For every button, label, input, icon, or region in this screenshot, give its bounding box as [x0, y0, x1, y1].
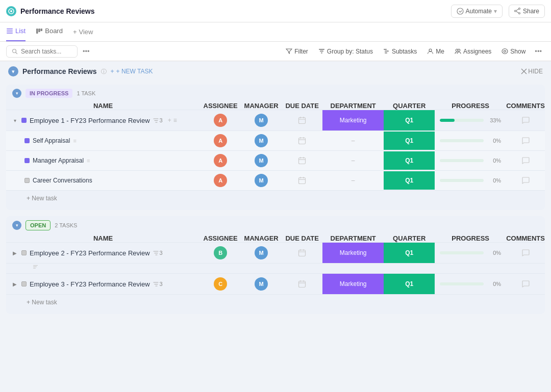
svg-rect-18 — [321, 53, 322, 54]
subtask3-progress-container: 0% — [435, 177, 506, 184]
subtask2-comment-icon[interactable] — [506, 156, 545, 165]
open-add-task-button[interactable]: + New task — [27, 299, 537, 306]
share-button[interactable]: Share — [509, 5, 545, 18]
open-col-name-header: NAME — [6, 234, 200, 243]
add-subtask-icon[interactable]: + — [168, 117, 171, 124]
page-title: Performance Reviews — [20, 7, 95, 15]
due-date-icon[interactable] — [282, 116, 322, 124]
project-collapse-icon[interactable]: ▾ — [8, 66, 18, 76]
tab-board[interactable]: Board — [36, 22, 63, 41]
open-add-new-task-row: + New task — [6, 295, 545, 314]
subtask2-progress-container: 0% — [435, 158, 506, 164]
task2-manager-cell: M — [241, 243, 282, 264]
task3-comment-icon[interactable] — [506, 280, 545, 288]
table-row — [6, 264, 545, 274]
comments-cell — [506, 110, 545, 131]
task2-subtask-count-label: 3 — [160, 250, 163, 256]
subtask-due-date-icon[interactable] — [282, 137, 322, 145]
task3-manager-avatar-container: M — [241, 274, 282, 294]
tab-list[interactable]: List — [6, 22, 26, 41]
toolbar-overflow-icon[interactable]: ••• — [532, 45, 545, 57]
task3-due-date-icon[interactable] — [282, 280, 322, 288]
automate-button[interactable]: Automate ▾ — [451, 5, 503, 18]
subtask3-progress-cell: 0% — [435, 171, 506, 191]
task2-name-container: ▶ Employee 2 - FY23 Performance Review 3 — [6, 249, 200, 257]
task3-status-indicator — [21, 281, 27, 286]
task2-assignee-avatar: B — [214, 246, 227, 259]
project-info-icon[interactable]: ⓘ — [101, 68, 107, 75]
open-add-task-label: + New task — [27, 299, 57, 306]
subtask-count-label: 3 — [160, 117, 163, 123]
search-box[interactable] — [6, 45, 78, 58]
task3-progress-container: 0% — [435, 281, 506, 287]
svg-rect-46 — [33, 265, 38, 266]
task-menu-icon[interactable]: ≡ — [173, 117, 177, 124]
svg-rect-48 — [33, 268, 36, 269]
table-row: Career Conversations A M — [6, 171, 545, 191]
task3-name-container: ▶ Employee 3 - FY23 Performance Review 3 — [6, 280, 200, 288]
svg-rect-9 — [7, 31, 13, 32]
subtask-comments-cell — [506, 131, 545, 151]
in-progress-collapse-icon[interactable]: ▾ — [12, 89, 21, 98]
task2-expand-icon[interactable]: ▶ — [11, 249, 18, 256]
toolbar-more-icon[interactable]: ••• — [80, 45, 93, 57]
quarter-cell: Q1 — [384, 110, 435, 131]
hide-label: HIDE — [528, 68, 543, 75]
filter-button[interactable]: Filter — [282, 46, 312, 57]
task3-department-value: Marketing — [322, 274, 384, 294]
group-by-button[interactable]: Group by: Status — [314, 46, 377, 57]
subtask3-assignee-cell: A — [200, 171, 241, 191]
task3-expand-icon[interactable]: ▶ — [11, 280, 18, 288]
task2-assignee-avatar-container: B — [200, 243, 241, 263]
subtask3-manager-avatar: M — [255, 174, 268, 187]
subtask-manager-avatar-container: M — [241, 131, 282, 150]
task3-assignee-cell: C — [200, 274, 241, 295]
share-label: Share — [523, 8, 539, 15]
subtask-name-container: Self Appraisal ≡ — [6, 137, 200, 144]
subtask2-description-icon[interactable]: ≡ — [87, 158, 90, 164]
subtask2-quarter-value: Q1 — [384, 151, 435, 170]
add-task-button[interactable]: + New task — [27, 195, 537, 202]
svg-point-25 — [504, 50, 506, 53]
in-progress-task-count: 1 TASK — [77, 90, 95, 96]
subtask3-comment-icon[interactable] — [506, 176, 545, 185]
task2-comment-icon[interactable] — [506, 249, 545, 257]
subtask-quarter-cell: Q1 — [384, 131, 435, 151]
add-view-button[interactable]: + View — [73, 28, 93, 36]
subtask3-assignee-avatar: A — [214, 174, 227, 187]
open-col-duedate-header: DUE DATE — [282, 234, 322, 243]
table-header-row: NAME ASSIGNEE MANAGER DUE DATE DEPARTMEN… — [6, 102, 545, 110]
subtasks-button[interactable]: Subtasks — [379, 46, 421, 57]
subtask2-department-cell: – — [322, 151, 384, 171]
subtask-due-date-cell — [282, 131, 322, 151]
in-progress-section: ▾ IN PROGRESS 1 TASK NAME ASSIGNEE MANAG… — [6, 85, 545, 210]
open-table: NAME ASSIGNEE MANAGER DUE DATE DEPARTMEN… — [6, 234, 545, 295]
show-button[interactable]: Show — [497, 46, 530, 57]
subtask3-due-date-icon[interactable] — [282, 176, 322, 185]
task3-quarter-cell: Q1 — [384, 274, 435, 295]
task-expand-icon[interactable]: ▾ — [11, 117, 18, 124]
dept2-dash: – — [352, 157, 355, 164]
subtask-description-icon[interactable]: ≡ — [73, 138, 76, 144]
svg-rect-42 — [299, 250, 306, 256]
open-collapse-icon[interactable]: ▾ — [12, 221, 21, 230]
subtask2-due-date-icon[interactable] — [282, 156, 322, 165]
subtask-status-indicator — [24, 138, 30, 143]
hide-button[interactable]: HIDE — [521, 68, 543, 75]
search-input[interactable] — [21, 48, 72, 55]
open-header: ▾ OPEN 2 TASKS — [6, 216, 545, 234]
top-bar: Performance Reviews Automate ▾ Share — [0, 0, 551, 22]
subtask-progress-container: 0% — [435, 138, 506, 144]
svg-rect-49 — [299, 281, 306, 288]
task2-subtask-count: 3 — [153, 250, 163, 256]
subtask-comment-icon[interactable] — [506, 137, 545, 145]
task2-due-date-icon[interactable] — [282, 249, 322, 257]
comment-icon[interactable] — [506, 116, 545, 124]
progress-label: 33% — [487, 117, 501, 123]
me-button[interactable]: Me — [423, 46, 448, 57]
assignees-button[interactable]: Assignees — [450, 46, 495, 57]
new-task-button[interactable]: ++ NEW TASK — [111, 68, 153, 75]
table-row: Manager Appraisal ≡ A M — [6, 151, 545, 171]
col-comments-header: COMMENTS — [506, 102, 545, 110]
subtask3-assignee-avatar-container: A — [200, 171, 241, 190]
